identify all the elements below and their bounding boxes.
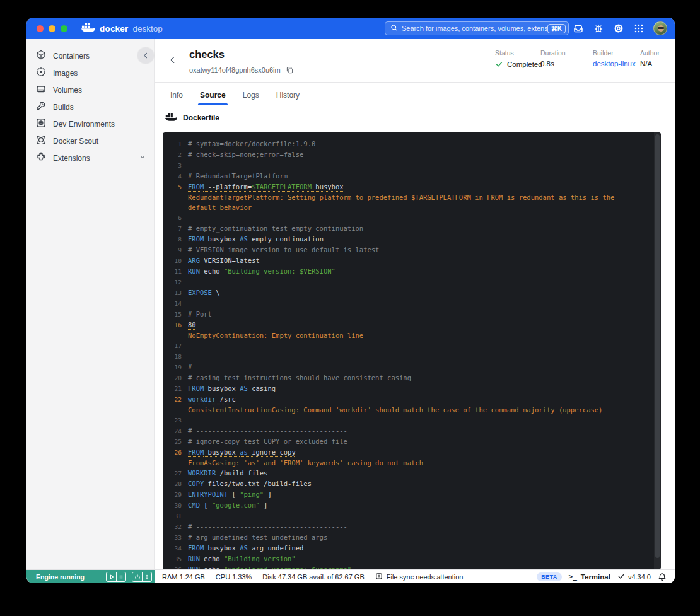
sidebar-item-label: Extensions [53,154,90,163]
bug-icon[interactable] [593,23,604,34]
file-sync-alert-icon [375,572,383,581]
close-button[interactable] [37,25,44,32]
line-number: 23 [169,415,182,426]
sidebar-item-images[interactable]: Images [26,64,154,81]
code-row: 6 [169,212,661,223]
pause-icon[interactable] [116,572,125,581]
docker-whale-icon [81,22,95,35]
copy-icon[interactable] [286,66,294,74]
code-row: 1# syntax=docker/dockerfile:1.9.0 [169,139,661,149]
sidebar-item-label: Builds [53,103,74,112]
user-avatar[interactable] [653,21,667,35]
code-text: workdir /src [188,394,661,405]
docker-desktop-window: docker desktop Search for images, contai… [26,18,675,583]
code-text [188,511,661,521]
sidebar-item-extensions[interactable]: Extensions [26,149,154,166]
back-button[interactable] [167,54,178,66]
code-row: 24# ------------------------------------… [169,426,661,436]
line-number: 3 [169,160,182,171]
build-id-row: oxatwy114of48gpnh6sx0u6im [189,66,294,74]
line-number [169,405,182,415]
sidebar-item-dev-environments[interactable]: Dev Environments [26,115,154,132]
code-row: 21FROM busybox AS casing [169,383,661,394]
code-row: 7# empty_continuation test empty continu… [169,223,661,234]
inbox-icon[interactable] [573,23,583,34]
file-sync-status[interactable]: File sync needs attention [375,572,464,581]
line-number: 26 [169,447,182,458]
code-warning-row: FromAsCasing: 'as' and 'FROM' keywords' … [169,458,661,468]
meta-label: Builder [593,49,636,57]
terminal-button[interactable]: >_ Terminal [569,572,610,581]
code-row: 13EXPOSE \ [169,288,661,298]
check-icon [617,572,625,581]
sidebar-collapse-button[interactable] [137,47,154,64]
line-number: 18 [169,351,182,362]
line-number: 10 [169,255,182,266]
global-search-input[interactable]: Search for images, containers, volumes, … [385,21,569,35]
notifications-bell-icon[interactable] [658,572,667,581]
lint-underlined-statement: 80 [188,321,196,328]
dockerfile-source-viewer[interactable]: 1# syntax=docker/dockerfile:1.9.02# chec… [163,132,661,569]
code-text [188,212,661,223]
builds-wrench-icon [36,101,46,113]
meta-duration: Duration0.8s [540,49,566,67]
containers-cube-icon [36,50,46,62]
code-text [188,351,661,362]
sidebar-item-containers[interactable]: Containers [26,47,154,64]
meta-value: 0.8s [540,60,566,67]
sidebar: ContainersImagesVolumesBuildsDev Environ… [26,39,155,569]
version-status[interactable]: v4.34.0 [617,572,651,581]
tab-info[interactable]: Info [170,91,183,105]
docker-whale-icon [165,112,177,124]
code-text: # arg-undefined test undefined args [188,532,661,543]
power-icon[interactable] [132,572,142,581]
line-number: 28 [169,479,182,489]
line-number: 13 [169,288,182,298]
desktop-background: docker desktop Search for images, contai… [0,0,700,616]
code-text: WORKDIR /build-files [188,468,661,479]
line-number: 12 [169,277,182,288]
sidebar-item-label: Dev Environments [53,120,115,129]
code-scrollbar-thumb[interactable] [655,134,660,558]
code-row: 3 [169,160,661,171]
meta-value: Completed [495,60,542,68]
tab-logs[interactable]: Logs [243,91,259,105]
settings-gear-icon[interactable] [613,23,624,34]
engine-power-controls [132,572,152,582]
line-number: 36 [169,564,182,569]
line-number [169,330,182,340]
sidebar-item-volumes[interactable]: Volumes [26,81,154,98]
tab-source[interactable]: Source [200,91,226,105]
play-icon[interactable] [107,572,116,581]
line-number: 19 [169,362,182,373]
dockerfile-label: Dockerfile [183,113,219,122]
code-text: # check=skip=none;error=false [188,149,661,160]
code-text: 80 [188,320,661,330]
code-text: CMD [ "google.com" ] [188,500,661,511]
meta-label: Author [640,49,660,57]
kebab-menu-icon[interactable] [142,572,151,581]
version-label: v4.34.0 [628,573,651,581]
code-row: 28COPY files/two.txt /build-files [169,479,661,489]
code-row: 5FROM --platform=$TARGETPLATFORM busybox [169,182,661,192]
code-row: 9# VERSION image version to use default … [169,245,661,255]
line-number: 22 [169,394,182,405]
header-divider [155,82,675,83]
minimize-button[interactable] [49,25,55,32]
search-placeholder: Search for images, containers, volumes, … [402,25,547,32]
meta-author: AuthorN/A [640,49,660,67]
stat-item: Disk 47.34 GB avail. of 62.67 GB [262,573,364,581]
builder-link[interactable]: desktop-linux [593,60,636,67]
docker-desktop-logo: docker desktop [81,22,163,35]
code-text [188,340,661,351]
apps-grid-icon[interactable] [633,23,644,34]
code-text: FROM busybox AS empty_continuation [188,234,661,245]
tab-history[interactable]: History [276,91,300,105]
lint-warning-text: FromAsCasing: 'as' and 'FROM' keywords' … [188,458,661,468]
terminal-label: Terminal [581,573,610,581]
line-number: 11 [169,266,182,277]
code-row: 4# RedundantTargetPlatform [169,171,661,182]
sidebar-item-docker-scout[interactable]: Docker Scout [26,132,154,149]
zoom-button[interactable] [61,25,67,32]
sidebar-item-builds[interactable]: Builds [26,98,154,115]
